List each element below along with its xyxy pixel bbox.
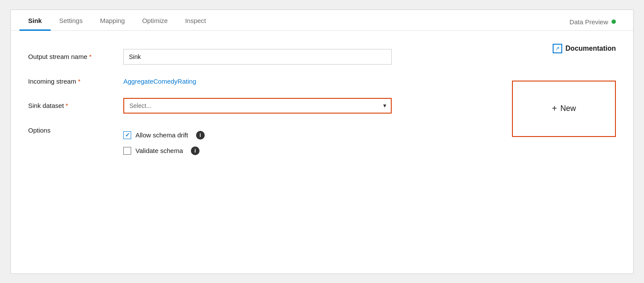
incoming-stream-control: AggregateComedyRating (123, 70, 504, 93)
allow-schema-drift-row: ✓ Allow schema drift i (123, 131, 205, 140)
allow-schema-drift-label: Allow schema drift (135, 131, 188, 139)
allow-schema-drift-info-icon[interactable]: i (196, 131, 205, 140)
options-checkboxes: ✓ Allow schema drift i Validate schema i (123, 124, 205, 162)
sink-dataset-required-star: * (66, 102, 68, 109)
validate-schema-label: Validate schema (135, 147, 183, 154)
options-label: Options (28, 119, 123, 167)
checkmark-icon: ✓ (125, 132, 130, 138)
new-button-area: + New (512, 81, 616, 137)
main-content: Documentation + New Output stream name *… (11, 31, 633, 180)
incoming-stream-label: Incoming stream * (28, 70, 123, 93)
sink-dataset-select-wrapper: Select... ▼ (123, 98, 392, 114)
tab-settings[interactable]: Settings (51, 12, 91, 31)
incoming-stream-link[interactable]: AggregateComedyRating (123, 78, 196, 85)
allow-schema-drift-checkbox[interactable]: ✓ (123, 131, 131, 139)
data-preview-status-dot (612, 20, 616, 24)
sink-dataset-select[interactable]: Select... (123, 98, 392, 114)
validate-schema-row: Validate schema i (123, 146, 205, 155)
tab-optimize[interactable]: Optimize (133, 12, 176, 31)
output-stream-name-input[interactable] (123, 49, 392, 65)
documentation-icon[interactable] (553, 44, 562, 53)
tab-bar: Sink Settings Mapping Optimize Inspect D… (11, 10, 633, 31)
options-control: ✓ Allow schema drift i Validate schema i (123, 119, 504, 167)
sink-dataset-label: Sink dataset * (28, 93, 123, 119)
tab-data-preview[interactable]: Data Preview (561, 13, 625, 31)
incoming-stream-required-star: * (78, 78, 80, 85)
form-grid: Output stream name * Incoming stream * A… (28, 44, 504, 167)
documentation-label: Documentation (566, 45, 616, 52)
validate-schema-info-icon[interactable]: i (191, 146, 200, 155)
tab-sink[interactable]: Sink (19, 12, 51, 31)
plus-icon: + (552, 104, 557, 114)
new-button-label: New (560, 104, 576, 113)
validate-schema-checkbox[interactable] (123, 147, 131, 155)
tab-mapping[interactable]: Mapping (91, 12, 134, 31)
tab-inspect[interactable]: Inspect (177, 12, 215, 31)
sink-dataset-control: Select... ▼ (123, 93, 504, 119)
output-stream-name-label: Output stream name * (28, 44, 123, 70)
documentation-area: Documentation (553, 44, 616, 53)
new-button[interactable]: + New (512, 81, 616, 137)
output-stream-name-control (123, 44, 504, 70)
output-stream-required-star: * (89, 53, 92, 60)
main-container: Sink Settings Mapping Optimize Inspect D… (10, 10, 634, 274)
